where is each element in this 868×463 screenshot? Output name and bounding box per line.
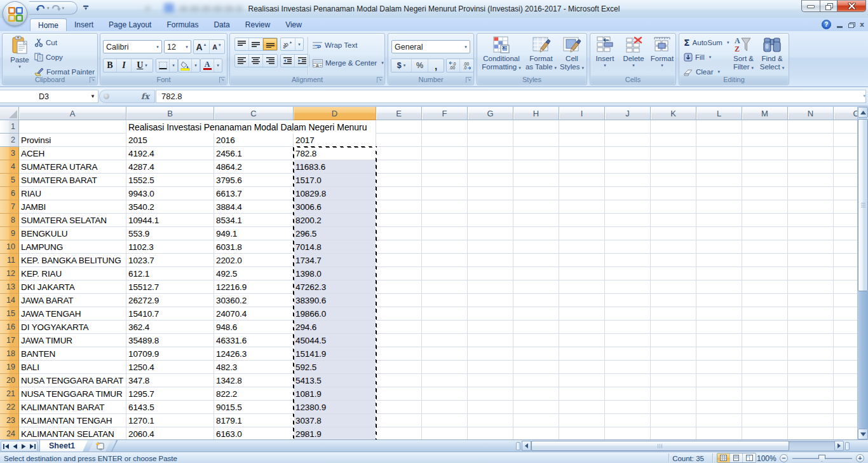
cell-M9[interactable]	[742, 227, 788, 240]
row-header-9[interactable]: 9	[0, 227, 19, 240]
cell-B5[interactable]: 1552.5	[126, 174, 214, 187]
cell-C15[interactable]: 24070.4	[214, 307, 294, 321]
cell-F5[interactable]	[422, 174, 468, 187]
cell-I21[interactable]	[559, 387, 605, 401]
column-header-C[interactable]: C	[214, 107, 294, 120]
cell-I12[interactable]	[559, 267, 605, 280]
cell-B22[interactable]: 6143.5	[126, 401, 214, 414]
scroll-right-button[interactable]	[834, 441, 844, 451]
cell-D24[interactable]: 2981.9	[294, 427, 376, 439]
tab-page-layout[interactable]: Page Layout	[101, 18, 159, 31]
cell-N4[interactable]	[788, 160, 834, 174]
increase-decimal-button[interactable]: .0 .00	[447, 59, 460, 72]
cell-O9[interactable]	[834, 227, 857, 240]
cell-J3[interactable]	[605, 147, 651, 160]
cell-O5[interactable]	[834, 174, 857, 187]
cell-N17[interactable]	[788, 334, 834, 347]
cell-B13[interactable]: 15512.7	[126, 280, 214, 294]
font-color-dropdown[interactable]: ▾	[214, 59, 222, 72]
cell-G17[interactable]	[468, 334, 513, 347]
sort-filter-button[interactable]: A Z Sort & Filter▾	[730, 36, 757, 72]
cell-M16[interactable]	[742, 321, 788, 334]
cell-J20[interactable]	[605, 374, 651, 387]
cell-F20[interactable]	[422, 374, 468, 387]
tab-review[interactable]: Review	[238, 18, 278, 31]
cell-J15[interactable]	[605, 307, 651, 321]
copy-button[interactable]: Copy	[34, 52, 63, 63]
cell-I15[interactable]	[559, 307, 605, 321]
cell-E9[interactable]	[376, 227, 422, 240]
cell-H4[interactable]	[513, 160, 559, 174]
cell-G4[interactable]	[468, 160, 513, 174]
cell-A14[interactable]: JAWA BARAT	[19, 294, 126, 307]
cell-O6[interactable]	[834, 187, 857, 200]
cell-A13[interactable]: DKI JAKARTA	[19, 280, 126, 294]
cell-L14[interactable]	[696, 294, 742, 307]
cell-J24[interactable]	[605, 427, 651, 439]
cell-H7[interactable]	[513, 200, 559, 214]
cell-F4[interactable]	[422, 160, 468, 174]
cell-A3[interactable]: ACEH	[19, 147, 126, 160]
cell-I6[interactable]	[559, 187, 605, 200]
row-header-8[interactable]: 8	[0, 214, 19, 227]
cell-K5[interactable]	[651, 174, 696, 187]
cell-H16[interactable]	[513, 321, 559, 334]
sheet-tab-sheet1[interactable]: Sheet1	[39, 440, 88, 452]
cell-K4[interactable]	[651, 160, 696, 174]
next-sheet-button[interactable]	[19, 441, 28, 451]
cell-O23[interactable]	[834, 414, 857, 427]
cell-D15[interactable]: 19866.0	[294, 307, 376, 321]
row-header-2[interactable]: 2	[0, 134, 19, 147]
cell-C7[interactable]: 3884.4	[214, 200, 294, 214]
cell-G5[interactable]	[468, 174, 513, 187]
cell-F10[interactable]	[422, 240, 468, 254]
cell-N6[interactable]	[788, 187, 834, 200]
cell-B11[interactable]: 1023.7	[126, 254, 214, 267]
column-header-H[interactable]: H	[513, 107, 559, 120]
format-as-table-dropdown[interactable]: ▾	[555, 66, 557, 70]
cell-A8[interactable]: SUMATERA SELATAN	[19, 214, 126, 227]
cell-E7[interactable]	[376, 200, 422, 214]
fill-color-dropdown[interactable]: ▾	[192, 59, 200, 72]
middle-align-button[interactable]	[249, 38, 263, 50]
cell-H8[interactable]	[513, 214, 559, 227]
cell-K17[interactable]	[651, 334, 696, 347]
cell-H9[interactable]	[513, 227, 559, 240]
cell-E8[interactable]	[376, 214, 422, 227]
alignment-dialog-launcher[interactable]	[377, 77, 383, 83]
tab-insert[interactable]: Insert	[67, 18, 101, 31]
cell-C6[interactable]: 6613.7	[214, 187, 294, 200]
cell-I16[interactable]	[559, 321, 605, 334]
cell-M20[interactable]	[742, 374, 788, 387]
row-header-10[interactable]: 10	[0, 240, 19, 254]
cell-I10[interactable]	[559, 240, 605, 254]
cell-M10[interactable]	[742, 240, 788, 254]
cell-E3[interactable]	[376, 147, 422, 160]
cell-D9[interactable]: 296.5	[294, 227, 376, 240]
autosum-button[interactable]: Σ AutoSum ▾	[684, 37, 729, 48]
cell-N20[interactable]	[788, 374, 834, 387]
zoom-slider-thumb[interactable]	[818, 455, 825, 462]
cell-J10[interactable]	[605, 240, 651, 254]
page-layout-view-button[interactable]	[730, 453, 743, 462]
cell-F9[interactable]	[422, 227, 468, 240]
column-header-K[interactable]: K	[651, 107, 696, 120]
cell-L2[interactable]	[696, 134, 742, 147]
cell-O13[interactable]	[834, 280, 857, 294]
cell-A16[interactable]: DI YOGYAKARTA	[19, 321, 126, 334]
cell-I7[interactable]	[559, 200, 605, 214]
cell-J23[interactable]	[605, 414, 651, 427]
cell-G22[interactable]	[468, 401, 513, 414]
cell-J19[interactable]	[605, 361, 651, 374]
cell-L9[interactable]	[696, 227, 742, 240]
cell-N2[interactable]	[788, 134, 834, 147]
cell-G2[interactable]	[468, 134, 513, 147]
cell-I23[interactable]	[559, 414, 605, 427]
cell-B10[interactable]: 1102.3	[126, 240, 214, 254]
cell-E13[interactable]	[376, 280, 422, 294]
cell-A21[interactable]: NUSA TENGGARA TIMUR	[19, 387, 126, 401]
cell-E10[interactable]	[376, 240, 422, 254]
find-select-dropdown[interactable]: ▾	[782, 66, 785, 70]
cell-K24[interactable]	[651, 427, 696, 439]
cell-O2[interactable]	[834, 134, 857, 147]
